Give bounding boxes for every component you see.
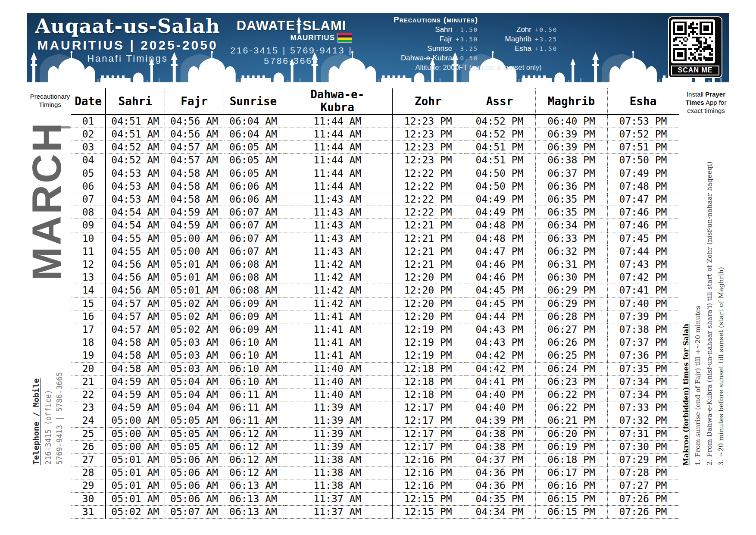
cell-esha: 07:34 PM — [607, 375, 679, 388]
cell-maghrib: 06:23 PM — [535, 375, 607, 388]
cell-date: 17 — [71, 323, 106, 336]
cell-sunrise: 06:09 AM — [224, 323, 283, 336]
cell-zohr: 12:23 PM — [392, 115, 464, 128]
cell-dahwa-e-kubra: 11:44 AM — [283, 167, 392, 180]
cell-dahwa-e-kubra: 11:42 AM — [283, 284, 392, 297]
cell-fajr: 05:01 AM — [165, 284, 224, 297]
mauritius-flag-icon — [337, 33, 352, 43]
cell-fajr: 04:59 AM — [165, 206, 224, 219]
table-row: 1504:57 AM05:02 AM06:09 AM11:42 AM12:20 … — [71, 297, 679, 310]
cell-date: 26 — [71, 440, 106, 453]
cell-sunrise: 06:07 AM — [224, 219, 283, 232]
column-header-sahri: Sahri — [106, 88, 165, 115]
column-header-assr: Assr — [464, 88, 535, 115]
cell-esha: 07:32 PM — [607, 414, 679, 427]
table-row: 2004:58 AM05:03 AM06:10 AM11:40 AM12:18 … — [71, 362, 679, 375]
cell-fajr: 04:59 AM — [165, 219, 224, 232]
cell-maghrib: 06:19 PM — [535, 440, 607, 453]
cell-fajr: 04:57 AM — [165, 141, 224, 154]
cell-sunrise: 06:07 AM — [224, 232, 283, 245]
cell-date: 13 — [71, 271, 106, 284]
table-row: 0704:53 AM04:58 AM06:06 AM11:43 AM12:22 … — [71, 193, 679, 206]
cell-sunrise: 06:08 AM — [224, 258, 283, 271]
column-header-date: Date — [71, 88, 106, 115]
cell-zohr: 12:23 PM — [392, 141, 464, 154]
cell-sunrise: 06:11 AM — [224, 414, 283, 427]
cell-esha: 07:48 PM — [607, 180, 679, 193]
cell-fajr: 04:56 AM — [165, 115, 224, 128]
telephone-block: Telephone / Mobile 216-3415 (office) 576… — [30, 349, 70, 465]
cell-assr: 04:36 PM — [464, 479, 535, 492]
cell-dahwa-e-kubra: 11:41 AM — [283, 310, 392, 323]
cell-maghrib: 06:25 PM — [535, 349, 607, 362]
table-row: 1304:56 AM05:01 AM06:08 AM11:42 AM12:20 … — [71, 271, 679, 284]
cell-sunrise: 06:10 AM — [224, 362, 283, 375]
cell-sunrise: 06:09 AM — [224, 297, 283, 310]
cell-sunrise: 06:09 AM — [224, 310, 283, 323]
cell-maghrib: 06:32 PM — [535, 245, 607, 258]
cell-esha: 07:31 PM — [607, 427, 679, 440]
table-row: 2705:01 AM05:06 AM06:12 AM11:38 AM12:16 … — [71, 454, 679, 466]
cell-dahwa-e-kubra: 11:42 AM — [283, 297, 392, 310]
cell-sahri: 04:52 AM — [106, 141, 165, 154]
cell-date: 12 — [71, 258, 106, 271]
poster-subtitle: MAURITIUS | 2025-2050 — [35, 38, 220, 53]
cell-zohr: 12:15 PM — [392, 492, 464, 505]
cell-date: 03 — [71, 141, 106, 154]
cell-date: 07 — [71, 193, 106, 206]
cell-fajr: 05:05 AM — [165, 427, 224, 440]
cell-assr: 04:51 PM — [464, 154, 535, 167]
cell-esha: 07:28 PM — [607, 466, 679, 479]
cell-date: 09 — [71, 219, 106, 232]
cell-sahri: 05:01 AM — [106, 466, 165, 479]
cell-zohr: 12:21 PM — [392, 232, 464, 245]
cell-date: 05 — [71, 167, 106, 180]
timings-table: Date Sahri Fajr Sunrise Dahwa-e-Kubra Zo… — [71, 88, 679, 519]
cell-date: 23 — [71, 401, 106, 414]
cell-assr: 04:49 PM — [464, 193, 535, 206]
cell-fajr: 04:58 AM — [165, 167, 224, 180]
cell-sunrise: 06:12 AM — [224, 440, 283, 453]
table-row: 2805:01 AM05:06 AM06:12 AM11:38 AM12:16 … — [71, 466, 679, 479]
cell-zohr: 12:16 PM — [392, 466, 464, 479]
table-row: 2505:00 AM05:05 AM06:12 AM11:39 AM12:17 … — [71, 427, 679, 440]
table-row: 0904:54 AM04:59 AM06:07 AM11:43 AM12:21 … — [71, 219, 679, 232]
dawateislami-logo: DAWATE SLAMI — [220, 17, 362, 34]
cell-sahri: 04:57 AM — [106, 323, 165, 336]
cell-fajr: 05:02 AM — [165, 323, 224, 336]
cell-sahri: 05:02 AM — [106, 505, 165, 518]
cell-zohr: 12:17 PM — [392, 440, 464, 453]
cell-assr: 04:52 PM — [464, 115, 535, 128]
table-row: 2905:01 AM05:06 AM06:13 AM11:38 AM12:16 … — [71, 479, 679, 492]
cell-assr: 04:45 PM — [464, 297, 535, 310]
precautions-column-right: Zohr +0.50 Maghrib +3.25 Esha +1.50 — [492, 25, 562, 63]
cell-maghrib: 06:22 PM — [535, 388, 607, 401]
table-row: 1804:58 AM05:03 AM06:10 AM11:41 AM12:19 … — [71, 336, 679, 349]
cell-date: 29 — [71, 479, 106, 492]
table-row: 1104:55 AM05:00 AM06:07 AM11:43 AM12:21 … — [71, 245, 679, 258]
table-row: 0504:53 AM04:58 AM06:05 AM11:44 AM12:22 … — [71, 167, 679, 180]
cell-date: 25 — [71, 427, 106, 440]
cell-fajr: 05:00 AM — [165, 245, 224, 258]
cell-esha: 07:35 PM — [607, 362, 679, 375]
cell-maghrib: 06:35 PM — [535, 206, 607, 219]
cell-date: 04 — [71, 154, 106, 167]
cell-maghrib: 06:29 PM — [535, 297, 607, 310]
cell-assr: 04:47 PM — [464, 245, 535, 258]
table-row: 3105:02 AM05:07 AM06:13 AM11:37 AM12:15 … — [71, 505, 679, 518]
cell-maghrib: 06:31 PM — [535, 258, 607, 271]
telephone-number-mobile: 5769-9413 | 5786-3665 — [54, 349, 65, 465]
cell-sunrise: 06:13 AM — [224, 492, 283, 505]
cell-esha: 07:30 PM — [607, 440, 679, 453]
cell-zohr: 12:19 PM — [392, 336, 464, 349]
cell-esha: 07:29 PM — [607, 454, 679, 466]
cell-zohr: 12:22 PM — [392, 193, 464, 206]
cell-assr: 04:48 PM — [464, 219, 535, 232]
cell-sahri: 04:56 AM — [106, 271, 165, 284]
cell-esha: 07:45 PM — [607, 232, 679, 245]
cell-date: 15 — [71, 297, 106, 310]
cell-maghrib: 06:33 PM — [535, 232, 607, 245]
precaution-dahwa: Dahwa-e-Kubra -0.50 — [388, 53, 482, 63]
cell-sahri: 04:56 AM — [106, 258, 165, 271]
cell-esha: 07:41 PM — [607, 284, 679, 297]
